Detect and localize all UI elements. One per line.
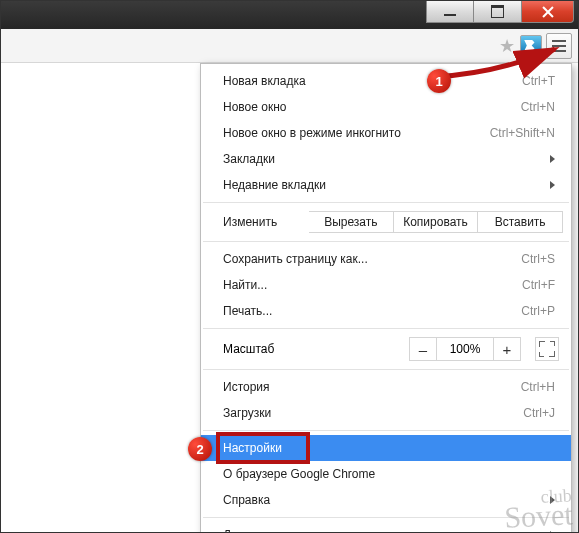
menu-item-print[interactable]: Печать... Ctrl+P bbox=[201, 298, 571, 324]
menu-shortcut: Ctrl+P bbox=[521, 304, 555, 318]
menu-separator bbox=[203, 517, 569, 518]
main-menu: Новая вкладка Ctrl+T Новое окно Ctrl+N Н… bbox=[200, 63, 572, 533]
menu-label: Загрузки bbox=[223, 406, 523, 420]
bookmark-star-icon[interactable]: ★ bbox=[498, 37, 516, 55]
zoom-value: 100% bbox=[437, 337, 493, 361]
menu-label: Дополнительные инструменты bbox=[223, 528, 550, 533]
menu-label: Настройки bbox=[223, 441, 555, 455]
menu-shortcut: Ctrl+H bbox=[521, 380, 555, 394]
extension-icon[interactable] bbox=[520, 35, 542, 57]
menu-item-about[interactable]: О браузере Google Chrome bbox=[201, 461, 571, 487]
menu-label: Найти... bbox=[223, 278, 522, 292]
zoom-in-button[interactable]: + bbox=[493, 337, 521, 361]
menu-label: Новая вкладка bbox=[223, 74, 522, 88]
menu-item-find[interactable]: Найти... Ctrl+F bbox=[201, 272, 571, 298]
menu-item-bookmarks[interactable]: Закладки bbox=[201, 146, 571, 172]
close-button[interactable] bbox=[522, 1, 574, 23]
submenu-arrow-icon bbox=[550, 496, 555, 504]
menu-shortcut: Ctrl+F bbox=[522, 278, 555, 292]
edit-label: Изменить bbox=[223, 215, 309, 229]
menu-item-help[interactable]: Справка bbox=[201, 487, 571, 513]
copy-button[interactable]: Копировать bbox=[394, 211, 479, 233]
paste-button[interactable]: Вставить bbox=[478, 211, 563, 233]
browser-toolbar: ★ bbox=[1, 29, 578, 63]
zoom-label: Масштаб bbox=[223, 342, 409, 356]
menu-label: Справка bbox=[223, 493, 550, 507]
menu-edit-row: Изменить Вырезать Копировать Вставить bbox=[201, 207, 571, 237]
menu-item-downloads[interactable]: Загрузки Ctrl+J bbox=[201, 400, 571, 426]
menu-separator bbox=[203, 369, 569, 370]
menu-label: Сохранить страницу как... bbox=[223, 252, 521, 266]
menu-label: Недавние вкладки bbox=[223, 178, 550, 192]
menu-label: О браузере Google Chrome bbox=[223, 467, 555, 481]
annotation-badge-1: 1 bbox=[427, 69, 451, 93]
submenu-arrow-icon bbox=[550, 181, 555, 189]
menu-separator bbox=[203, 202, 569, 203]
menu-item-incognito[interactable]: Новое окно в режиме инкогнито Ctrl+Shift… bbox=[201, 120, 571, 146]
menu-label: Новое окно в режиме инкогнито bbox=[223, 126, 490, 140]
menu-shortcut: Ctrl+N bbox=[521, 100, 555, 114]
menu-separator bbox=[203, 328, 569, 329]
menu-button[interactable] bbox=[546, 33, 572, 59]
menu-separator bbox=[203, 241, 569, 242]
cut-button[interactable]: Вырезать bbox=[309, 211, 394, 233]
menu-shortcut: Ctrl+S bbox=[521, 252, 555, 266]
menu-item-more-tools[interactable]: Дополнительные инструменты bbox=[201, 522, 571, 533]
menu-separator bbox=[203, 430, 569, 431]
menu-item-save-as[interactable]: Сохранить страницу как... Ctrl+S bbox=[201, 246, 571, 272]
annotation-badge-2: 2 bbox=[188, 437, 212, 461]
menu-label: Новое окно bbox=[223, 100, 521, 114]
menu-shortcut: Ctrl+J bbox=[523, 406, 555, 420]
menu-item-recent-tabs[interactable]: Недавние вкладки bbox=[201, 172, 571, 198]
menu-label: История bbox=[223, 380, 521, 394]
window-controls bbox=[426, 1, 574, 23]
menu-item-history[interactable]: История Ctrl+H bbox=[201, 374, 571, 400]
menu-zoom-row: Масштаб – 100% + bbox=[201, 333, 571, 365]
minimize-button[interactable] bbox=[426, 1, 474, 23]
submenu-arrow-icon bbox=[550, 155, 555, 163]
menu-shortcut: Ctrl+Shift+N bbox=[490, 126, 555, 140]
menu-item-settings[interactable]: Настройки bbox=[201, 435, 571, 461]
menu-item-new-tab[interactable]: Новая вкладка Ctrl+T bbox=[201, 68, 571, 94]
menu-label: Закладки bbox=[223, 152, 550, 166]
maximize-button[interactable] bbox=[474, 1, 522, 23]
fullscreen-button[interactable] bbox=[535, 337, 559, 361]
menu-shortcut: Ctrl+T bbox=[522, 74, 555, 88]
menu-item-new-window[interactable]: Новое окно Ctrl+N bbox=[201, 94, 571, 120]
zoom-out-button[interactable]: – bbox=[409, 337, 437, 361]
menu-label: Печать... bbox=[223, 304, 521, 318]
